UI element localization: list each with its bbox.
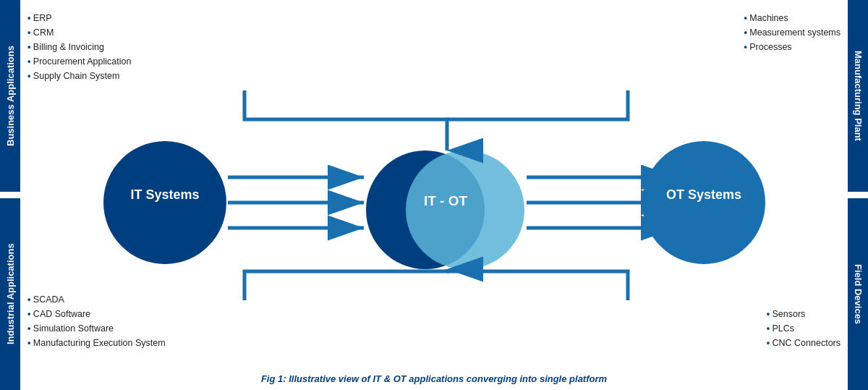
field-devices-label: Field Devices (848, 198, 868, 390)
main-content: ERPCRMBilling & InvoicingProcurement App… (20, 0, 848, 390)
manufacturing-label: Manufacturing Plant (848, 0, 868, 192)
svg-text:OT Systems: OT Systems (666, 187, 741, 202)
svg-text:IT - OT: IT - OT (424, 193, 468, 208)
svg-text:IT Systems: IT Systems (130, 187, 199, 202)
svg-point-5 (406, 151, 524, 269)
page-wrapper: Business Applications Industrial Applica… (0, 0, 868, 390)
diagram-svg: IT Systems OT Systems IT - OT (20, 0, 848, 390)
figure-caption: Fig 1: Illustrative view of IT & OT appl… (20, 373, 848, 384)
business-apps-label: Business Applications (0, 0, 20, 192)
industrial-apps-label: Industrial Applications (0, 198, 20, 390)
svg-point-0 (103, 141, 226, 264)
svg-point-2 (642, 141, 765, 264)
